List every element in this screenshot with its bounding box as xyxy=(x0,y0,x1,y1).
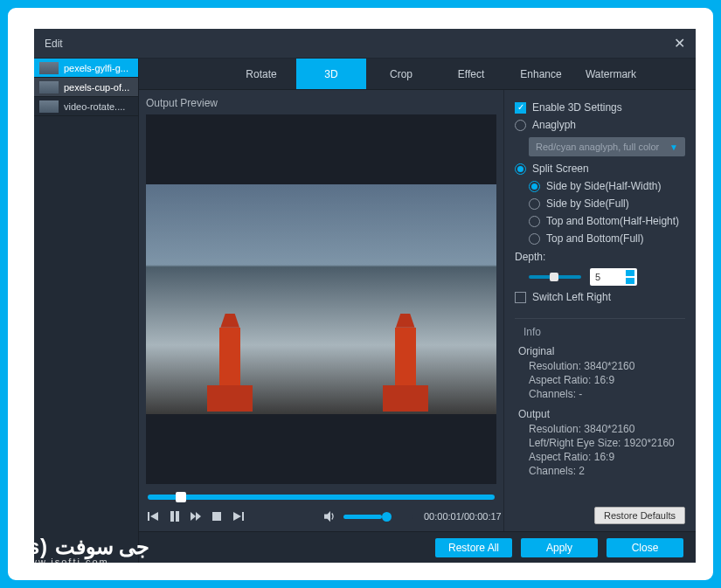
info-line: Channels: - xyxy=(518,387,685,401)
split-sbs-full-radio[interactable] xyxy=(529,198,540,210)
titlebar: Edit ✕ xyxy=(34,29,696,59)
tab-enhance[interactable]: Enhance xyxy=(506,59,576,89)
split-tab-half-radio[interactable] xyxy=(529,216,540,227)
anaglyph-row[interactable]: Anaglyph xyxy=(515,116,685,134)
chevron-down-icon: ▼ xyxy=(669,142,678,152)
svg-marker-5 xyxy=(196,512,201,521)
restore-all-button[interactable]: Restore All xyxy=(435,538,512,557)
svg-rect-0 xyxy=(148,512,149,521)
pause-icon[interactable] xyxy=(169,510,181,522)
svg-rect-2 xyxy=(170,511,174,522)
depth-slider[interactable] xyxy=(529,275,581,279)
info-title: Info xyxy=(515,324,685,343)
preview-right-eye xyxy=(322,184,497,413)
split-option-row[interactable]: Top and Bottom(Half-Height) xyxy=(515,212,685,230)
settings-panel: Enable 3D Settings Anaglyph Red/cyan ana… xyxy=(503,90,696,531)
next-frame-icon[interactable] xyxy=(232,510,244,522)
info-line: Channels: 2 xyxy=(518,464,685,478)
restore-defaults-button[interactable]: Restore Defaults xyxy=(594,507,685,524)
svg-rect-6 xyxy=(212,512,221,521)
split-option-row[interactable]: Side by Side(Half-Width) xyxy=(515,177,685,195)
split-screen-row[interactable]: Split Screen xyxy=(515,160,685,177)
close-button[interactable]: Close xyxy=(607,538,683,557)
switch-lr-checkbox[interactable] xyxy=(515,292,526,303)
split-option-row[interactable]: Side by Side(Full) xyxy=(515,195,685,212)
time-current: 00:00:01 xyxy=(424,511,461,522)
info-line: Resolution: 3840*2160 xyxy=(518,422,685,436)
window-title: Edit xyxy=(45,38,63,50)
seek-slider[interactable] xyxy=(148,495,495,500)
side-by-side-preview xyxy=(146,184,496,413)
preview-label: Output Preview xyxy=(139,90,503,114)
tab-3d[interactable]: 3D xyxy=(296,59,366,89)
enable-3d-label: Enable 3D Settings xyxy=(532,101,622,114)
window-body: pexels-gylfi-g... pexels-cup-of... video… xyxy=(34,59,696,563)
edit-window: Edit ✕ pexels-gylfi-g... pexels-cup-of..… xyxy=(34,29,696,563)
switch-lr-row[interactable]: Switch Left Right xyxy=(515,288,685,306)
split-tab-full-radio[interactable] xyxy=(529,233,540,245)
stop-icon[interactable] xyxy=(211,510,223,522)
split-option-label: Top and Bottom(Full) xyxy=(546,232,643,245)
enable-3d-row[interactable]: Enable 3D Settings xyxy=(515,99,685,116)
svg-rect-3 xyxy=(176,511,179,522)
footer-bar: Restore All Apply Close xyxy=(139,531,696,563)
prev-frame-icon[interactable] xyxy=(148,510,160,522)
sidebar-item-label: video-rotate.... xyxy=(64,101,125,112)
split-option-row[interactable]: Top and Bottom(Full) xyxy=(515,230,685,247)
close-icon[interactable]: ✕ xyxy=(674,35,685,52)
time-total: 00:00:17 xyxy=(464,511,502,522)
svg-rect-8 xyxy=(242,512,244,521)
seek-knob[interactable] xyxy=(176,492,186,502)
info-original: Original Resolution: 3840*2160 Aspect Ra… xyxy=(515,343,685,406)
anaglyph-dropdown-value: Red/cyan anaglyph, full color xyxy=(536,142,659,152)
info-line: Aspect Ratio: 16:9 xyxy=(518,450,685,464)
split-option-label: Side by Side(Full) xyxy=(546,197,629,210)
enable-3d-checkbox[interactable] xyxy=(515,102,526,114)
thumbnail-icon xyxy=(39,100,59,113)
tab-bar: Rotate 3D Crop Effect Enhance Watermark xyxy=(139,59,696,90)
volume-icon[interactable] xyxy=(324,510,336,522)
tab-crop[interactable]: Crop xyxy=(366,59,436,89)
info-line: Left/Right Eye Size: 1920*2160 xyxy=(518,436,685,450)
sidebar-item[interactable]: video-rotate.... xyxy=(34,97,138,116)
sidebar-item[interactable]: pexels-gylfi-g... xyxy=(34,59,138,78)
main-area: Rotate 3D Crop Effect Enhance Watermark … xyxy=(139,59,696,563)
watermark-url: www.jsoftj.com xyxy=(21,557,149,567)
anaglyph-dropdown[interactable]: Red/cyan anaglyph, full color ▼ xyxy=(529,137,685,156)
divider xyxy=(515,318,685,319)
svg-marker-4 xyxy=(191,512,196,521)
switch-lr-label: Switch Left Right xyxy=(532,291,611,303)
svg-marker-1 xyxy=(150,512,158,521)
split-sbs-half-radio[interactable] xyxy=(529,181,540,192)
preview-column: Output Preview xyxy=(139,90,503,531)
volume-knob[interactable] xyxy=(382,512,392,522)
info-output-head: Output xyxy=(518,406,685,422)
depth-value: 5 xyxy=(595,272,600,282)
outer-frame: Edit ✕ pexels-gylfi-g... pexels-cup-of..… xyxy=(5,5,716,583)
sidebar-item[interactable]: pexels-cup-of... xyxy=(34,78,138,97)
anaglyph-radio[interactable] xyxy=(515,120,526,131)
tab-watermark[interactable]: Watermark xyxy=(576,59,646,89)
depth-spinner[interactable]: 5 xyxy=(590,268,637,286)
info-line: Aspect Ratio: 16:9 xyxy=(518,373,685,387)
sidebar-item-label: pexels-gylfi-g... xyxy=(64,63,128,73)
split-option-label: Side by Side(Half-Width) xyxy=(546,180,661,192)
volume-slider[interactable] xyxy=(343,515,413,519)
tab-rotate[interactable]: Rotate xyxy=(226,59,296,89)
svg-marker-9 xyxy=(324,511,330,522)
sidebar: pexels-gylfi-g... pexels-cup-of... video… xyxy=(34,59,139,563)
apply-button[interactable]: Apply xyxy=(521,538,598,557)
info-original-head: Original xyxy=(518,343,685,359)
preview-left-eye xyxy=(146,184,322,413)
sidebar-item-label: pexels-cup-of... xyxy=(64,82,129,93)
split-screen-radio[interactable] xyxy=(515,163,526,175)
content-row: Output Preview xyxy=(139,90,696,531)
split-screen-label: Split Screen xyxy=(532,163,589,175)
next-icon[interactable] xyxy=(190,510,202,522)
info-output: Output Resolution: 3840*2160 Left/Right … xyxy=(515,406,685,483)
anaglyph-label: Anaglyph xyxy=(532,119,576,131)
depth-row: 5 xyxy=(515,266,685,288)
transport-group xyxy=(148,510,244,522)
watermark-brand: جى سوفت xyxy=(55,535,150,558)
tab-effect[interactable]: Effect xyxy=(436,59,506,89)
